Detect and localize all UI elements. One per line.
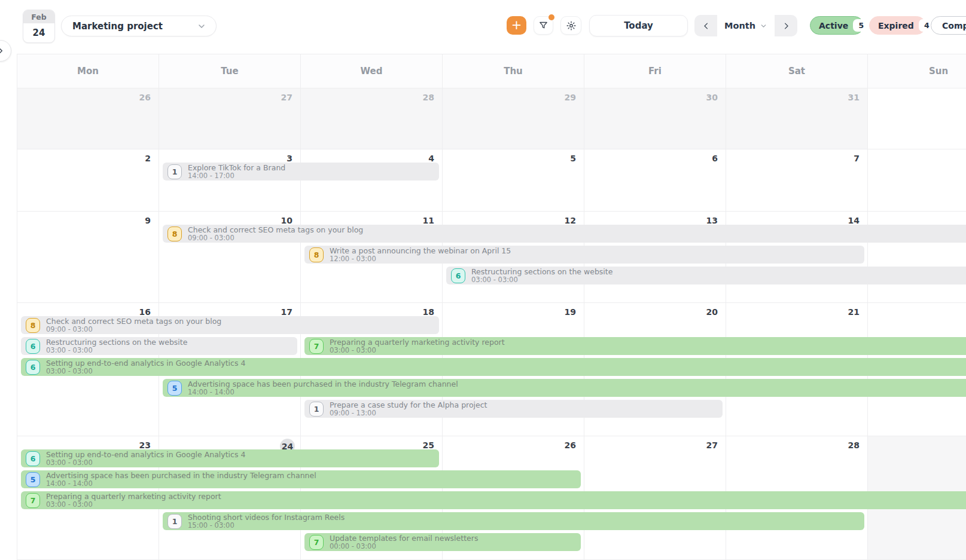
- day-cell[interactable]: 5: [443, 149, 584, 211]
- week-row: 1617181920218Check and correct SEO meta …: [17, 303, 966, 436]
- event-text: Setting up end-to-end analytics in Googl…: [46, 451, 245, 467]
- day-cell[interactable]: 26: [17, 88, 159, 149]
- event-bar[interactable]: 5Advertising space has been purchased in…: [21, 470, 581, 488]
- event-bar[interactable]: 1Prepare a case study for the Alpha proj…: [304, 400, 723, 418]
- date-label: 14: [726, 212, 867, 225]
- event-text: Preparing a quarterly marketing activity…: [330, 338, 505, 354]
- event-time: 09:00 - 03:00: [46, 326, 221, 333]
- date-label: 2: [17, 149, 159, 163]
- weekday-header: Mon: [17, 54, 159, 88]
- view-mode-value: Month: [724, 21, 755, 30]
- filter-button[interactable]: [534, 16, 553, 35]
- event-text: Advertising space has been purchased in …: [188, 380, 458, 396]
- date-label: 19: [443, 303, 584, 317]
- event-text: Setting up end-to-end analytics in Googl…: [46, 359, 245, 375]
- date-label: [868, 436, 966, 440]
- view-mode-selector[interactable]: Month: [717, 15, 775, 36]
- day-cell[interactable]: [868, 88, 966, 149]
- weekday-header-row: MonTueWedThuFriSatSun: [17, 54, 966, 88]
- day-cell[interactable]: 9: [17, 212, 159, 302]
- day-cell[interactable]: 7: [726, 149, 868, 211]
- date-label: 5: [443, 149, 584, 163]
- weekday-header: Sun: [868, 54, 966, 88]
- next-period-button[interactable]: [775, 15, 797, 36]
- filter-pill-active-count: 5: [853, 19, 869, 32]
- date-label: 13: [584, 212, 726, 225]
- event-text: Check and correct SEO meta tags on your …: [46, 317, 221, 333]
- add-task-button[interactable]: +: [507, 16, 526, 35]
- event-title: Check and correct SEO meta tags on your …: [188, 226, 363, 234]
- event-bar[interactable]: 7Update templates for email newsletters0…: [304, 533, 581, 551]
- event-bar[interactable]: 8Check and correct SEO meta tags on your…: [21, 316, 439, 334]
- mini-date-box: Feb 24: [23, 10, 55, 43]
- event-bar[interactable]: 5Advertising space has been purchased in…: [163, 379, 966, 397]
- event-time: 09:00 - 13:00: [330, 409, 487, 417]
- event-bar[interactable]: 1Explore TikTok for a Brand14:00 - 17:00: [163, 163, 439, 180]
- event-time: 14:00 - 14:00: [188, 388, 458, 396]
- date-label: 18: [301, 303, 442, 317]
- chevron-down-icon: [197, 22, 206, 31]
- date-label: 26: [17, 88, 159, 102]
- day-cell[interactable]: 2: [17, 149, 159, 211]
- event-bar[interactable]: 6Setting up end-to-end analytics in Goog…: [21, 358, 966, 376]
- day-cell[interactable]: 27: [159, 88, 301, 149]
- day-cell[interactable]: 28: [301, 88, 443, 149]
- chevron-right-icon: [782, 22, 791, 30]
- day-cell[interactable]: 30: [584, 88, 726, 149]
- event-bar[interactable]: 1Shooting short videos for Instagram Ree…: [163, 512, 864, 530]
- filter-notification-dot: [548, 14, 554, 20]
- event-text: Advertising space has been purchased in …: [46, 472, 316, 488]
- event-bar[interactable]: 6Restructuring sections on the website03…: [21, 337, 297, 355]
- event-text: Restructuring sections on the website03:…: [471, 268, 612, 284]
- date-label: 6: [584, 149, 726, 163]
- event-text: Preparing a quarterly marketing activity…: [46, 492, 221, 509]
- project-selector[interactable]: Marketing project: [61, 16, 217, 36]
- day-cell[interactable]: 6: [584, 149, 726, 211]
- date-label: 28: [301, 88, 442, 102]
- task-count-badge: 1: [309, 402, 324, 417]
- date-label: 26: [443, 436, 584, 450]
- date-label: 17: [159, 303, 300, 317]
- event-bar[interactable]: 8Write a post announcing the webinar on …: [304, 246, 864, 264]
- project-selector-value: Marketing project: [72, 21, 163, 32]
- filter-pill-active[interactable]: Active 5: [810, 16, 864, 35]
- filter-pill-expired[interactable]: Expired 4: [869, 16, 926, 35]
- date-label: 30: [584, 88, 726, 102]
- event-bar[interactable]: 7Preparing a quarterly marketing activit…: [304, 337, 966, 355]
- previous-period-button[interactable]: [694, 15, 717, 36]
- day-cell[interactable]: 29: [443, 88, 584, 149]
- event-time: 03:00 - 03:00: [46, 501, 221, 508]
- mini-date-day: 24: [23, 23, 54, 42]
- event-text: Prepare a case study for the Alpha proje…: [330, 401, 487, 417]
- event-title: Preparing a quarterly marketing activity…: [46, 492, 221, 501]
- settings-button[interactable]: [560, 16, 581, 35]
- event-title: Advertising space has been purchased in …: [188, 380, 458, 388]
- event-bar[interactable]: 6Restructuring sections on the website03…: [446, 267, 966, 284]
- date-label: 29: [443, 88, 584, 102]
- event-title: Advertising space has been purchased in …: [46, 472, 316, 480]
- task-count-badge: 6: [26, 339, 40, 354]
- event-time: 03:00 - 03:00: [46, 347, 187, 354]
- date-label: 10: [159, 212, 300, 225]
- event-title: Write a post announcing the webinar on A…: [330, 247, 511, 255]
- event-time: 15:00 - 03:00: [188, 522, 345, 529]
- event-bar[interactable]: 8Check and correct SEO meta tags on your…: [163, 225, 966, 243]
- date-label: 20: [584, 303, 726, 317]
- calendar-app: Feb 24 Marketing project + Today: [0, 0, 966, 560]
- event-text: Shooting short videos for Instagram Reel…: [188, 513, 345, 530]
- event-time: 14:00 - 14:00: [46, 480, 316, 487]
- event-bar[interactable]: 7Preparing a quarterly marketing activit…: [21, 491, 966, 509]
- date-label: [868, 212, 966, 216]
- today-button[interactable]: Today: [589, 15, 688, 36]
- day-cell[interactable]: [868, 149, 966, 211]
- task-count-badge: 6: [26, 360, 40, 375]
- filter-pill-completed[interactable]: Compl: [931, 16, 966, 35]
- weekday-header: Thu: [443, 54, 584, 88]
- task-count-badge: 7: [309, 339, 324, 354]
- date-label: 23: [17, 436, 159, 450]
- event-text: Restructuring sections on the website03:…: [46, 338, 187, 354]
- view-navigation: Month: [694, 15, 797, 36]
- day-cell[interactable]: 31: [726, 88, 868, 149]
- task-count-badge: 6: [451, 268, 465, 283]
- event-bar[interactable]: 6Setting up end-to-end analytics in Goog…: [21, 449, 439, 467]
